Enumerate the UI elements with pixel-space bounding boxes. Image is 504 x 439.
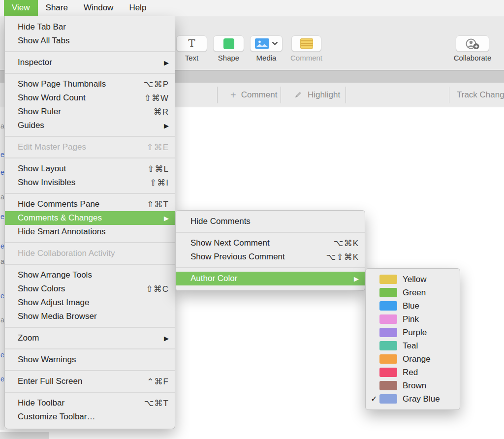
view-menu-item-show-layout[interactable]: Show Layout⇧⌘L	[5, 162, 175, 176]
menu-item-label: Hide Collaboration Activity	[18, 249, 169, 258]
background-text-fragment: a	[0, 257, 4, 265]
window-bottom-edge	[0, 432, 49, 439]
comments-submenu-item-show-previous-comment[interactable]: Show Previous Comment⌥⇧⌘K	[176, 250, 365, 264]
track-changes-text: Track Changes	[457, 90, 504, 100]
menu-separator	[5, 193, 175, 194]
view-menu-item-hide-smart-annotations[interactable]: Hide Smart Annotations	[5, 225, 175, 239]
view-menu-item-hide-toolbar[interactable]: Hide Toolbar⌥⌘T	[5, 396, 175, 410]
view-menu: Hide Tab BarShow All TabsInspector▶Show …	[4, 16, 175, 429]
submenu-arrow-icon: ▶	[164, 59, 169, 66]
shortcut-label: ⇧⌘W	[144, 93, 169, 103]
view-menu-item-hide-tab-bar[interactable]: Hide Tab Bar	[5, 20, 175, 34]
comments-submenu-item-hide-comments[interactable]: Hide Comments	[176, 215, 365, 228]
menu-separator	[5, 348, 175, 349]
media-icon	[255, 38, 269, 49]
background-text-fragment: e	[0, 351, 4, 359]
menu-item-label: Show Ruler	[18, 107, 145, 117]
menubar-item-share[interactable]: Share	[38, 0, 76, 16]
menu-item-label: Guides	[18, 121, 157, 130]
view-menu-item-show-arrange-tools[interactable]: Show Arrange Tools	[5, 268, 175, 282]
view-menu-item-show-warnings[interactable]: Show Warnings	[5, 353, 175, 367]
menu-item-label: Author Color	[190, 274, 347, 283]
menubar-item-view[interactable]: View	[4, 0, 38, 16]
background-text-fragment: a	[0, 316, 4, 324]
view-menu-item-inspector[interactable]: Inspector▶	[5, 56, 175, 69]
menu-separator	[5, 392, 175, 393]
menubar-item-help[interactable]: Help	[121, 0, 154, 16]
menu-separator	[5, 264, 175, 265]
menu-separator	[5, 327, 175, 328]
menu-item-label: Show Arrange Tools	[18, 270, 169, 280]
author-color-item-blue[interactable]: Blue	[366, 299, 460, 313]
author-color-item-orange[interactable]: Orange	[366, 352, 460, 366]
chevron-down-icon	[272, 42, 278, 45]
view-menu-item-comments-changes[interactable]: Comments & Changes▶	[5, 211, 175, 225]
menu-item-label: Hide Comments	[190, 217, 359, 226]
color-swatch-purple	[379, 328, 397, 337]
author-color-item-red[interactable]: Red	[366, 366, 460, 379]
author-color-item-purple[interactable]: Purple	[366, 326, 460, 339]
menu-item-label: Show Media Browser	[18, 312, 169, 321]
view-menu-item-guides[interactable]: Guides▶	[5, 119, 175, 132]
collaborate-icon	[464, 38, 481, 50]
view-menu-item-enter-full-screen[interactable]: Enter Full Screen⌃⌘F	[5, 375, 175, 388]
comments-submenu-item-show-next-comment[interactable]: Show Next Comment⌥⌘K	[176, 236, 365, 250]
add-comment-button[interactable]: + Comment	[230, 83, 277, 107]
shortcut-label: ⌥⇧⌘K	[326, 252, 359, 262]
shortcut-label: ⇧⌘E	[146, 142, 169, 153]
color-swatch-teal	[379, 341, 397, 350]
divider	[281, 87, 281, 103]
author-color-item-yellow[interactable]: Yellow	[366, 273, 460, 286]
view-menu-item-edit-master-pages: Edit Master Pages⇧⌘E	[5, 140, 175, 154]
menu-separator	[5, 242, 175, 243]
menu-separator	[5, 370, 175, 371]
view-menu-item-show-invisibles[interactable]: Show Invisibles⇧⌘I	[5, 176, 175, 189]
view-menu-item-show-all-tabs[interactable]: Show All Tabs	[5, 34, 175, 48]
shape-icon	[223, 38, 234, 49]
shape-button[interactable]	[213, 35, 244, 52]
view-menu-item-show-media-browser[interactable]: Show Media Browser	[5, 310, 175, 323]
view-menu-item-hide-comments-pane[interactable]: Hide Comments Pane⇧⌘T	[5, 197, 175, 211]
background-text-fragment: e	[0, 213, 4, 220]
collaborate-button[interactable]	[456, 35, 489, 52]
shape-button-label: Shape	[213, 54, 244, 62]
shortcut-label: ⌥⌘P	[144, 79, 169, 90]
text-button-label: Text	[176, 54, 207, 62]
author-color-item-brown[interactable]: Brown	[366, 379, 460, 392]
text-button[interactable]: T	[176, 35, 207, 52]
author-color-item-pink[interactable]: Pink	[366, 313, 460, 326]
menu-item-label: Show Invisibles	[18, 178, 141, 188]
color-swatch-pink	[379, 314, 397, 324]
menu-item-label: Yellow	[403, 275, 455, 284]
menu-item-label: Brown	[403, 381, 455, 391]
menu-separator	[5, 73, 175, 74]
track-changes-label[interactable]: Track Changes	[457, 83, 504, 107]
author-color-item-gray-blue[interactable]: ✓Gray Blue	[366, 392, 460, 406]
comments-and-changes-submenu: Hide CommentsShow Next Comment⌥⌘KShow Pr…	[175, 210, 365, 291]
menu-item-label: Show Previous Comment	[190, 252, 317, 262]
shortcut-label: ⌃⌘F	[147, 376, 169, 387]
submenu-arrow-icon: ▶	[164, 122, 169, 129]
shortcut-label: ⌥⌘K	[334, 238, 359, 249]
view-menu-item-show-colors[interactable]: Show Colors⇧⌘C	[5, 282, 175, 296]
menu-item-label: Show All Tabs	[18, 36, 169, 46]
view-menu-item-show-page-thumbnails[interactable]: Show Page Thumbnails⌥⌘P	[5, 77, 175, 91]
comments-submenu-item-author-color[interactable]: Author Color▶	[176, 272, 365, 285]
submenu-arrow-icon: ▶	[164, 215, 169, 222]
highlight-button[interactable]: Highlight	[294, 83, 340, 107]
menu-separator	[176, 232, 365, 233]
menu-item-label: Show Layout	[18, 164, 138, 174]
view-menu-item-show-word-count[interactable]: Show Word Count⇧⌘W	[5, 91, 175, 105]
view-menu-item-show-adjust-image[interactable]: Show Adjust Image	[5, 296, 175, 310]
media-button[interactable]	[250, 35, 283, 52]
comment-button	[291, 35, 321, 52]
view-menu-item-customize-toolbar[interactable]: Customize Toolbar…	[5, 410, 175, 424]
shortcut-label: ⌘R	[154, 107, 169, 117]
author-color-item-green[interactable]: Green	[366, 286, 460, 299]
author-color-item-teal[interactable]: Teal	[366, 339, 460, 352]
shortcut-label: ⌥⌘T	[144, 398, 169, 408]
view-menu-item-show-ruler[interactable]: Show Ruler⌘R	[5, 105, 175, 119]
view-menu-item-zoom[interactable]: Zoom▶	[5, 331, 175, 345]
menubar-item-window[interactable]: Window	[76, 0, 121, 16]
divider	[449, 87, 449, 103]
